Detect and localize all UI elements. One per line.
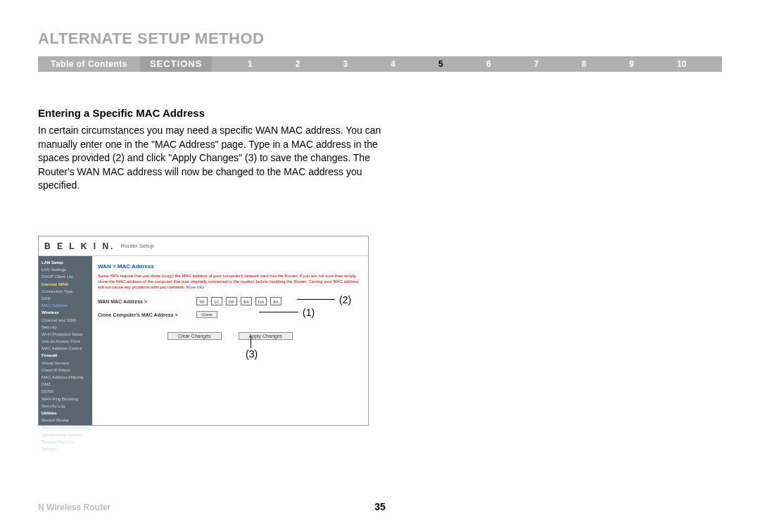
sidebar-item[interactable]: Security bbox=[42, 324, 89, 331]
section-10[interactable]: 10 bbox=[677, 59, 686, 69]
subheading: Entering a Specific MAC Address bbox=[38, 107, 205, 119]
sidebar-item[interactable]: Wi-Fi Protected Setup bbox=[42, 331, 89, 338]
sidebar-lan-setup[interactable]: LAN Setup bbox=[42, 259, 89, 266]
sidebar-item[interactable]: Use as Access Point bbox=[42, 338, 89, 345]
section-7[interactable]: 7 bbox=[534, 59, 539, 69]
router-setup-label: Router Setup bbox=[120, 243, 153, 249]
more-info-link[interactable]: More Info bbox=[186, 285, 203, 289]
sidebar-item[interactable]: Security Log bbox=[42, 403, 89, 410]
page-title: ALTERNATE SETUP METHOD bbox=[38, 30, 264, 48]
sidebar-item[interactable]: Save/Backup Settings bbox=[42, 431, 89, 438]
mac-input-5[interactable]: DA bbox=[255, 297, 267, 305]
page-number: 35 bbox=[374, 501, 386, 512]
callout-3-line bbox=[251, 336, 251, 348]
sidebar-wireless[interactable]: Wireless bbox=[42, 309, 89, 316]
section-3[interactable]: 3 bbox=[343, 59, 348, 69]
body-text: In certain circumstances you may need a … bbox=[38, 124, 390, 193]
router-sidebar: LAN Setup LAN Settings DHCP Client List … bbox=[39, 256, 92, 425]
router-main: WAN > MAC Address Some ISPs require that… bbox=[92, 256, 368, 425]
mac-desc-text: Some ISPs require that you clone (copy) … bbox=[98, 274, 359, 289]
router-screenshot: B E L K I N. Router Setup Home | Help | … bbox=[38, 236, 369, 426]
sidebar-item[interactable]: LAN Settings bbox=[42, 266, 89, 273]
section-2[interactable]: 2 bbox=[296, 59, 300, 69]
clone-mac-row: Clone Computer's MAC Address > Clone bbox=[98, 311, 362, 318]
section-4[interactable]: 4 bbox=[391, 59, 395, 69]
callout-2-line bbox=[297, 299, 335, 300]
sidebar-item[interactable]: Restart Router bbox=[42, 417, 89, 424]
sidebar-firewall[interactable]: Firewall bbox=[42, 352, 89, 359]
clone-button[interactable]: Clone bbox=[196, 311, 217, 318]
sidebar-item[interactable]: Virtual Servers bbox=[42, 360, 89, 367]
callout-2: (2) bbox=[339, 294, 351, 305]
sidebar-item[interactable]: Channel and SSID bbox=[42, 317, 89, 324]
sidebar-item[interactable]: Restore Factory Defaults bbox=[42, 424, 89, 431]
mac-desc: Some ISPs require that you clone (copy) … bbox=[98, 274, 362, 290]
clear-changes-button[interactable]: Clear Changes bbox=[167, 332, 222, 340]
mac-input-3[interactable]: DF bbox=[226, 297, 237, 305]
section-1[interactable]: 1 bbox=[248, 59, 253, 69]
mac-input-4[interactable]: E4 bbox=[241, 297, 252, 305]
mac-input-1[interactable]: 00 bbox=[196, 297, 208, 305]
footer-product: N Wireless Router bbox=[38, 502, 110, 512]
sidebar-item[interactable]: MAC Address Control bbox=[42, 345, 89, 352]
sidebar-item[interactable]: WAN Ping Blocking bbox=[42, 395, 89, 403]
section-6[interactable]: 6 bbox=[486, 59, 491, 69]
belkin-logo: B E L K I N. bbox=[44, 241, 115, 251]
wan-mac-label: WAN MAC Address > bbox=[98, 299, 196, 304]
sidebar-item[interactable]: MAC Address Filtering bbox=[42, 374, 89, 381]
mac-input-2[interactable]: 1C bbox=[211, 297, 222, 305]
sidebar-item[interactable]: Connection Type bbox=[42, 288, 89, 295]
toc-link[interactable]: Table of Contents bbox=[38, 59, 140, 69]
sidebar-item[interactable]: DHCP Client List bbox=[42, 273, 89, 280]
sidebar-item-mac-address[interactable]: MAC Address bbox=[42, 302, 89, 309]
callout-3: (3) bbox=[246, 348, 258, 360]
sidebar-item[interactable]: DDNS bbox=[42, 388, 89, 395]
sidebar-utilities[interactable]: Utilities bbox=[42, 410, 89, 417]
action-buttons: Clear Changes Apply Changes bbox=[98, 332, 362, 340]
sidebar-item[interactable]: DMZ bbox=[42, 381, 89, 388]
sidebar-item[interactable]: DNS bbox=[42, 295, 89, 302]
clone-mac-label: Clone Computer's MAC Address > bbox=[98, 312, 196, 317]
section-numbers: 1 2 3 4 5 6 7 8 9 10 bbox=[212, 59, 722, 69]
callout-1: (1) bbox=[303, 307, 315, 318]
sections-nav: Table of Contents SECTIONS 1 2 3 4 5 6 7… bbox=[38, 56, 722, 72]
router-header: B E L K I N. Router Setup bbox=[39, 236, 368, 256]
section-5[interactable]: 5 bbox=[438, 59, 443, 69]
apply-changes-button[interactable]: Apply Changes bbox=[239, 332, 293, 340]
sections-label: SECTIONS bbox=[140, 56, 212, 72]
callout-1-line bbox=[259, 312, 298, 312]
breadcrumb: WAN > MAC Address bbox=[98, 263, 362, 270]
sidebar-item[interactable]: Restore Previous Settings bbox=[42, 438, 89, 452]
section-9[interactable]: 9 bbox=[629, 59, 634, 69]
sidebar-item[interactable]: Client IP Filters bbox=[42, 367, 89, 374]
section-8[interactable]: 8 bbox=[581, 59, 586, 69]
sidebar-internet-wan[interactable]: Internet WAN bbox=[42, 281, 89, 288]
mac-input-6[interactable]: 8A bbox=[270, 297, 281, 305]
